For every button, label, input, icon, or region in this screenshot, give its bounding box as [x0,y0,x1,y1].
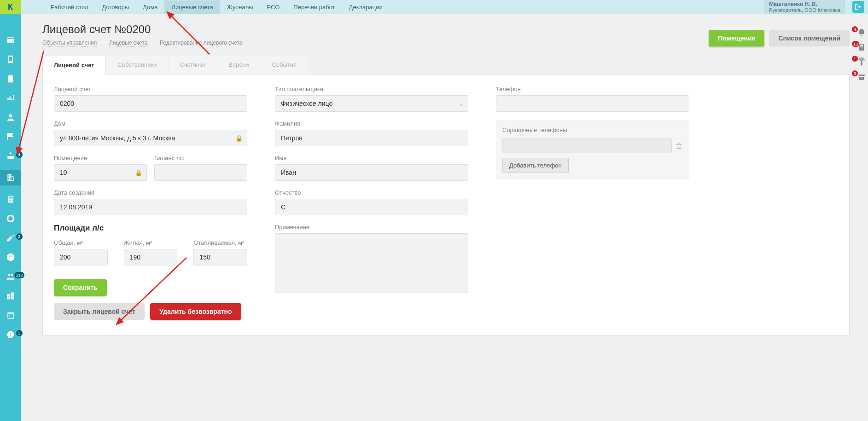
logout-button[interactable] [852,1,864,13]
date-created-label: Дата создания [54,189,247,196]
breadcrumb-link-objects[interactable]: Объекты управления [42,40,97,46]
house-input[interactable] [54,130,247,146]
nav-buildings-icon[interactable] [5,290,16,301]
lock-icon: 🔒 [235,135,243,142]
broadcast-icon[interactable]: 1 [856,57,867,67]
tasks-icon[interactable]: 13 [856,42,867,52]
reference-phones-box: Справочные телефоны 🗑 Добавить телефон [496,120,689,179]
badge: 3 [852,70,858,76]
badge: 1 [852,56,858,62]
area-heated-input[interactable] [193,249,247,265]
account-input[interactable] [54,95,247,112]
nav-group-icon[interactable]: 112 [5,271,16,282]
nav-badge: 4 [16,151,23,158]
note-label: Примечание [275,224,468,231]
area-heated-label: Отапливаемая, м² [193,239,247,246]
top-menu-item-works[interactable]: Перечни работ [286,0,342,14]
nav-calculator-icon[interactable] [5,194,16,205]
balance-input[interactable] [154,164,247,181]
top-menu-item-dashboard[interactable]: Рабочий стол [44,0,95,14]
area-total-label: Общая, м² [54,239,108,246]
tab-meters[interactable]: Счетчики [169,56,217,74]
nav-calendar-icon[interactable] [5,310,16,321]
left-sidebar: К 4 2 112 1 [0,0,21,421]
lastname-label: Фамилия [275,120,468,127]
add-phone-button[interactable]: Добавить телефон [502,158,569,173]
nav-face-icon[interactable] [5,252,16,263]
delete-button[interactable]: Удалить безвозвратно [150,303,241,320]
top-menu-item-rso[interactable]: РСО [260,0,287,14]
top-menu-item-journals[interactable]: Журналы [220,0,260,14]
nav-hand-icon[interactable]: 4 [5,150,16,161]
house-label: Дом [54,120,247,127]
save-button[interactable]: Сохранить [54,279,107,296]
lastname-input[interactable] [275,130,468,146]
balance-label: Баланс л/с [154,155,247,161]
nav-users-icon[interactable] [5,112,16,123]
svg-line-0 [17,51,44,154]
badge: 13 [852,41,859,47]
top-menu: Рабочий стол Договоры Дома Лицевые счета… [44,0,390,14]
nav-clipboard-icon[interactable] [5,73,16,84]
room-button[interactable]: Помещение [709,30,764,46]
room-list-button[interactable]: Список помещений [769,30,850,46]
tab-versions[interactable]: Версии [217,56,260,74]
firstname-input[interactable] [275,164,468,181]
archive-icon[interactable]: 3 [856,72,867,82]
breadcrumb: Объекты управления — Лицевые счета — Ред… [42,40,242,46]
nav-flag-icon[interactable] [5,131,16,142]
top-menu-item-accounts[interactable]: Лицевые счета [164,0,220,14]
note-textarea[interactable] [275,233,468,293]
reference-phone-input[interactable] [502,138,672,153]
user-role: Руководитель, ООО Клюковка [769,7,840,13]
payer-type-label: Тип плательщика [275,86,468,92]
area-total-input[interactable] [54,249,108,265]
nav-edit-icon[interactable]: 2 [5,232,16,243]
badge: 4 [852,26,858,32]
top-menu-item-contracts[interactable]: Договоры [95,0,136,14]
middlename-label: Отчество [275,189,468,196]
nav-phone-icon[interactable] [5,54,16,65]
nav-coin-icon[interactable] [5,213,16,224]
app-logo[interactable]: К [0,0,21,14]
nav-wallet-icon[interactable] [5,35,16,46]
chevron-down-icon: ⌄ [459,100,464,107]
nav-building-icon[interactable] [0,170,21,185]
firstname-label: Имя [275,155,468,161]
tab-account[interactable]: Лицевой счет [42,56,106,75]
nav-message-icon[interactable]: 1 [5,329,16,340]
account-label: Лицевой счет [54,86,247,92]
premise-label: Помещение [54,155,147,161]
premise-input[interactable] [54,164,147,181]
area-living-input[interactable] [124,249,178,265]
close-account-button[interactable]: Закрыть лицевой счет [54,303,145,320]
area-living-label: Жилая, м² [124,239,178,246]
reference-phones-label: Справочные телефоны [502,127,683,133]
top-menu-item-declarations[interactable]: Декларации [342,0,390,14]
notifications-bell-icon[interactable]: 4 [856,28,867,38]
top-navigation: Рабочий стол Договоры Дома Лицевые счета… [21,0,868,14]
breadcrumb-link-accounts[interactable]: Лицевые счета [109,40,147,46]
areas-subtitle: Площади л/с [54,224,247,233]
phone-label: Телефон [496,86,689,92]
trash-icon[interactable]: 🗑 [676,142,683,150]
main-content: Лицевой счет №0200 Объекты управления — … [42,23,850,336]
tab-events[interactable]: События [261,56,308,74]
tab-owners[interactable]: Собственники [107,56,168,74]
middlename-input[interactable] [275,199,468,215]
right-sidebar: 4 13 1 3 [855,28,868,82]
page-title: Лицевой счет №0200 [42,23,242,36]
breadcrumb-current: Редактирование лицевого счета [160,40,242,46]
date-created-input[interactable] [54,199,247,215]
payer-type-select[interactable] [275,95,468,112]
nav-chart-icon[interactable] [5,92,16,104]
nav-badge: 1 [16,330,23,336]
user-info[interactable]: Машталенко Н. В. Руководитель, ООО Клюко… [764,0,845,14]
phone-input[interactable] [496,95,689,112]
lock-icon: 🔒 [135,169,142,176]
top-menu-item-houses[interactable]: Дома [136,0,164,14]
user-name: Машталенко Н. В. [769,1,840,7]
nav-badge: 112 [14,272,24,278]
form-panel: Лицевой счет Дом 🔒 Помещение � [42,75,850,336]
nav-badge: 2 [16,233,23,240]
